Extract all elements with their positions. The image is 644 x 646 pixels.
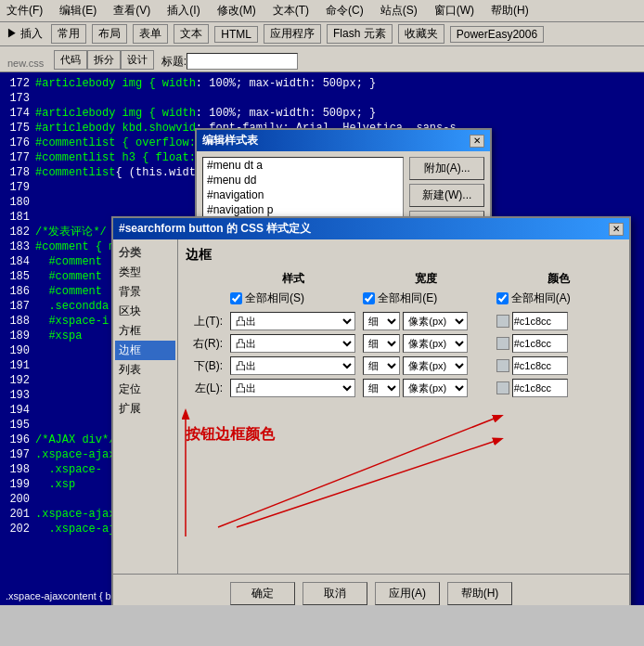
right-color-input[interactable] [512, 334, 568, 353]
top-color-input[interactable] [512, 312, 568, 330]
insert-flash[interactable]: Flash 元素 [327, 24, 393, 44]
apply-button[interactable]: 应用(A) [375, 582, 440, 605]
cat-border[interactable]: 边框 [115, 341, 175, 360]
bottom-color-input[interactable] [512, 356, 568, 375]
code-tab[interactable]: 代码 [54, 50, 87, 70]
menu-bar: 文件(F) 编辑(E) 查看(V) 插入(I) 修改(M) 文本(T) 命令(C… [0, 0, 644, 22]
color-same-checkbox[interactable] [496, 292, 509, 304]
style-list-title: 编辑样式表 [202, 133, 258, 149]
insert-form[interactable]: 表单 [133, 24, 168, 44]
right-label: 右(R): [186, 336, 223, 352]
style-item-2[interactable]: #navigation [203, 187, 403, 202]
insert-text[interactable]: 文本 [174, 24, 209, 44]
css-categories: 分类 类型 背景 区块 方框 边框 列表 定位 扩展 [113, 239, 178, 574]
bottom-width-unit[interactable]: 像素(px) [403, 356, 468, 375]
cat-bg[interactable]: 背景 [115, 282, 175, 302]
bottom-style-select[interactable]: 凸出 [230, 356, 355, 375]
menu-modify[interactable]: 修改(M) [214, 2, 259, 19]
menu-insert[interactable]: 插入(I) [164, 2, 202, 19]
menu-view[interactable]: 查看(V) [110, 2, 153, 19]
workspace: 172 #articlebody img { width: 100%; max-… [0, 72, 644, 605]
left-color-input[interactable] [512, 379, 568, 397]
width-same-label: 全部相同(E) [378, 291, 437, 306]
left-width-select[interactable]: 细 [363, 379, 400, 397]
left-width-unit[interactable]: 像素(px) [403, 379, 468, 397]
insert-layout[interactable]: 布局 [92, 24, 127, 44]
help-button[interactable]: 帮助(H) [447, 582, 512, 605]
toolbar: new.css 代码 拆分 设计 标题: [0, 46, 644, 72]
width-same-checkbox[interactable] [363, 292, 375, 304]
width-same-all: 全部相同(E) [363, 291, 488, 306]
style-list-titlebar: 编辑样式表 ✕ [197, 130, 490, 151]
bottom-color-swatch [496, 359, 509, 372]
menu-text[interactable]: 文本(T) [270, 2, 312, 19]
css-footer: 确定 取消 应用(A) 帮助(H) [113, 574, 629, 605]
top-label: 上(T): [186, 314, 223, 329]
menu-edit[interactable]: 编辑(E) [57, 2, 99, 19]
right-style-select[interactable]: 凸出 [230, 334, 355, 353]
cat-box[interactable]: 方框 [115, 321, 175, 341]
bottom-width-select[interactable]: 细 [363, 356, 400, 375]
style-item-1[interactable]: #menu dd [203, 173, 403, 187]
cat-block[interactable]: 区块 [115, 302, 175, 321]
css-def-titlebar: #searchform button 的 CSS 样式定义 ✕ [113, 218, 629, 239]
title-input[interactable] [187, 53, 298, 70]
insert-html[interactable]: HTML [214, 26, 258, 43]
categories-label: 分类 [115, 243, 175, 263]
style-item-0[interactable]: #menu dt a [203, 158, 403, 173]
top-color-swatch [496, 315, 509, 328]
cat-extend[interactable]: 扩展 [115, 399, 175, 419]
new-btn[interactable]: 新建(W)... [409, 184, 484, 207]
bottom-label: 下(B): [186, 358, 223, 374]
cat-type[interactable]: 类型 [115, 263, 175, 282]
color-same-label: 全部相同(A) [511, 291, 571, 306]
right-color-swatch [496, 337, 509, 350]
style-list-close[interactable]: ✕ [470, 135, 484, 148]
left-style-select[interactable]: 凸出 [230, 379, 355, 397]
style-item-3[interactable]: #navigation p [203, 202, 403, 217]
css-def-dialog[interactable]: #searchform button 的 CSS 样式定义 ✕ 分类 类型 背景… [111, 216, 631, 605]
style-same-label: 全部相同(S) [245, 291, 304, 306]
cat-position[interactable]: 定位 [115, 380, 175, 399]
insert-common[interactable]: 常用 [51, 24, 86, 44]
code-line-172: 172 #articlebody img { width: 100%; max-… [4, 76, 640, 91]
color-same-all: 全部相同(A) [496, 291, 622, 306]
width-col-header: 宽度 [363, 271, 488, 287]
color-col-header: 颜色 [496, 271, 622, 287]
cat-list[interactable]: 列表 [115, 360, 175, 380]
menu-help[interactable]: 帮助(H) [488, 2, 532, 19]
left-color-swatch [496, 381, 509, 394]
css-main-panel: 边框 样式 宽度 颜色 全部相同(S) [178, 239, 629, 574]
attach-btn[interactable]: 附加(A)... [409, 157, 484, 180]
ok-button[interactable]: 确定 [230, 582, 295, 605]
menu-site[interactable]: 站点(S) [378, 2, 420, 19]
style-col-header: 样式 [230, 271, 355, 287]
style-same-all: 全部相同(S) [230, 291, 355, 306]
annotation-text: 按钮边框颜色 [186, 425, 622, 445]
css-def-title-text: #searchform button 的 CSS 样式定义 [119, 221, 311, 237]
top-width-select[interactable]: 细 [363, 312, 400, 330]
design-tab[interactable]: 设计 [121, 50, 154, 70]
title-label: 标题: [161, 54, 187, 70]
left-label: 左(L): [186, 381, 223, 396]
insert-powereasy[interactable]: PowerEasy2006 [450, 26, 544, 43]
split-tab[interactable]: 拆分 [87, 50, 121, 70]
right-width-unit[interactable]: 像素(px) [403, 334, 468, 353]
insert-label: ▶ 插入 [4, 25, 45, 43]
insert-app[interactable]: 应用程序 [264, 24, 321, 44]
menu-command[interactable]: 命令(C) [323, 2, 367, 19]
menu-file[interactable]: 文件(F) [4, 2, 45, 19]
top-style-select[interactable]: 凸出 [230, 312, 355, 330]
top-width-unit[interactable]: 像素(px) [403, 312, 468, 330]
css-def-close[interactable]: ✕ [609, 223, 624, 236]
right-width-select[interactable]: 细 [363, 334, 400, 353]
css-def-body: 分类 类型 背景 区块 方框 边框 列表 定位 扩展 边框 样式 宽度 颜色 [113, 239, 629, 574]
style-same-checkbox[interactable] [230, 292, 242, 304]
insert-favorites[interactable]: 收藏夹 [398, 24, 444, 44]
file-tab[interactable]: new.css [4, 57, 47, 70]
border-section-title: 边框 [186, 247, 622, 264]
menu-window[interactable]: 窗口(W) [431, 2, 477, 19]
cancel-button[interactable]: 取消 [303, 582, 367, 605]
insert-toolbar: ▶ 插入 常用 布局 表单 文本 HTML 应用程序 Flash 元素 收藏夹 … [0, 22, 644, 46]
